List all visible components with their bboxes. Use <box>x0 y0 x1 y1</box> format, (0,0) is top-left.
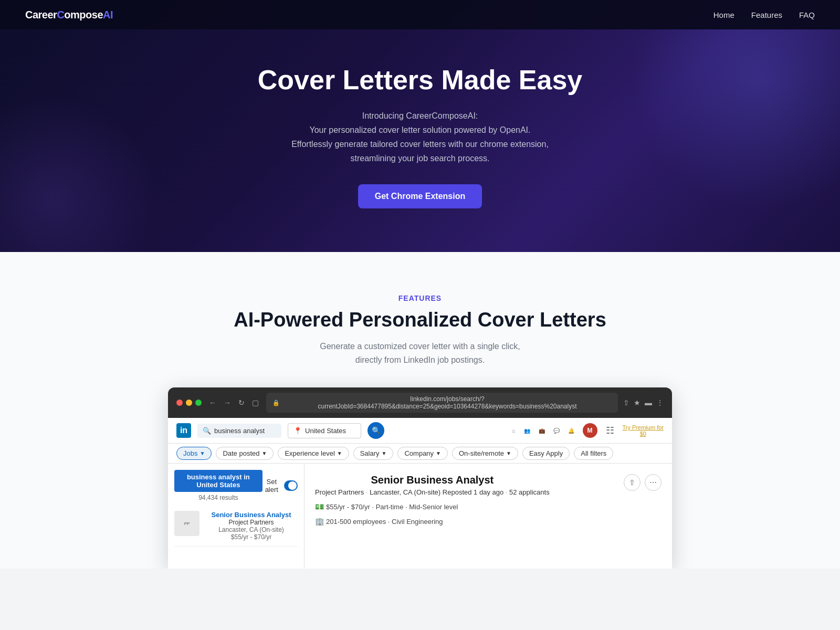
job-detail-company: Project Partners <box>315 488 364 496</box>
linkedin-nav-icon-messages[interactable]: 💬 <box>553 428 560 434</box>
browser-dot-minimize[interactable] <box>186 400 192 406</box>
linkedin-nav-icon-jobs[interactable]: 💼 <box>539 428 545 434</box>
linkedin-nav-icon-home[interactable]: ⌂ <box>512 428 516 434</box>
company-logo-text-1: PP <box>184 521 190 526</box>
linkedin-location-box[interactable]: 📍 United States <box>288 423 361 438</box>
message-icon: 💬 <box>553 428 560 434</box>
logo-part2: areer <box>33 9 57 20</box>
browser-url-bar[interactable]: 🔒 linkedin.com/jobs/search/?currentJobId… <box>266 393 618 413</box>
browser-dots <box>176 400 202 406</box>
bell-icon: 🔔 <box>568 428 574 434</box>
logo: CareerComposeAI <box>25 9 113 21</box>
filter-button-company[interactable]: Company ▼ <box>397 447 448 460</box>
logo-part4: ompose <box>64 9 103 20</box>
linkedin-page: in 🔍 business analyst 📍 United States 🔍 … <box>168 418 672 569</box>
home-icon: ⌂ <box>512 428 516 434</box>
job-salary-1: $55/yr - $70/yr <box>205 533 298 541</box>
linkedin-apps-button[interactable]: ☷ <box>606 425 614 436</box>
browser-home-button[interactable]: ▢ <box>250 397 261 408</box>
linkedin-nav-icon-network[interactable]: 👥 <box>524 428 530 434</box>
filter-caret-experience: ▼ <box>337 450 342 456</box>
job-info-1: Senior Business Analyst Project Partners… <box>205 511 298 541</box>
set-alert-toggle[interactable] <box>284 480 298 491</box>
filter-caret-jobs: ▼ <box>200 450 205 456</box>
linkedin-job-detail: Senior Business Analyst Project Partners… <box>304 464 672 569</box>
job-detail-actions: ⇧ ⋯ <box>624 474 662 491</box>
nav-link-faq[interactable]: FAQ <box>799 10 815 19</box>
job-detail-location: Lancaster, CA (On-site) <box>370 488 440 496</box>
premium-sub: $0 <box>640 430 646 437</box>
job-company-1: Project Partners <box>205 519 298 526</box>
browser-share-icon[interactable]: ⇧ <box>623 398 629 407</box>
hero-subtitle-line4: streamlining your job search process. <box>350 154 489 163</box>
browser-reload-button[interactable]: ↻ <box>236 397 247 408</box>
linkedin-nav-icon-notifications[interactable]: 🔔 <box>568 428 574 434</box>
linkedin-search-button[interactable]: 🔍 <box>368 422 384 439</box>
job-company-size-tag: 🏢 201-500 employees · Civil Engineering <box>315 517 443 526</box>
lock-icon: 🔒 <box>272 400 280 406</box>
features-desc-line2: directly from LinkedIn job postings. <box>355 355 485 364</box>
filter-button-all-filters[interactable]: All filters <box>574 447 613 460</box>
linkedin-logo: in <box>176 423 191 438</box>
filter-button-date-posted[interactable]: Date posted ▼ <box>216 447 274 460</box>
get-chrome-extension-button[interactable]: Get Chrome Extension <box>358 184 482 208</box>
network-icon: 👥 <box>524 428 530 434</box>
job-more-button[interactable]: ⋯ <box>645 474 662 491</box>
logo-part3: C <box>57 9 64 20</box>
hero-subtitle: Introducing CareerComposeAI: Your person… <box>291 109 549 166</box>
sidebar-search-title: business analyst in United States <box>174 470 262 492</box>
job-detail-header: Senior Business Analyst Project Partners… <box>315 474 662 496</box>
meta-sep-1: · <box>366 488 370 496</box>
set-alert-control: Set alert <box>262 478 298 494</box>
sidebar-header: business analyst in United States 94,434… <box>174 470 298 501</box>
browser-dot-maximize[interactable] <box>195 400 202 406</box>
filter-label-easy-apply: Easy Apply <box>529 449 563 457</box>
job-detail-company-info: 🏢 201-500 employees · Civil Engineering <box>315 517 662 526</box>
filter-button-salary[interactable]: Salary ▼ <box>353 447 394 460</box>
nav-link-home[interactable]: Home <box>713 10 734 19</box>
filter-button-easy-apply[interactable]: Easy Apply <box>522 447 570 460</box>
job-card-1[interactable]: PP Senior Business Analyst Project Partn… <box>174 506 298 547</box>
linkedin-premium-link[interactable]: Try Premium for $0 <box>623 424 664 437</box>
filter-caret-date: ▼ <box>261 450 267 456</box>
filter-button-on-site-remote[interactable]: On-site/remote ▼ <box>452 447 518 460</box>
navbar: CareerComposeAI Home Features FAQ <box>0 0 840 29</box>
meta-sep-3: · <box>506 488 509 496</box>
building-icon: 🏢 <box>315 517 324 526</box>
browser-back-button[interactable]: ← <box>207 397 218 408</box>
features-label: Features <box>13 294 827 302</box>
filter-label-company: Company <box>404 449 434 457</box>
browser-menu-icon[interactable]: ⋮ <box>656 398 664 407</box>
filter-label-remote: On-site/remote <box>459 449 504 457</box>
browser-star-icon[interactable]: ★ <box>634 398 640 407</box>
linkedin-sidebar: business analyst in United States 94,434… <box>168 464 304 569</box>
job-detail-title-group: Senior Business Analyst Project Partners… <box>315 474 550 496</box>
linkedin-nav-icons: ⌂ 👥 💼 💬 🔔 M ☷ <box>512 423 664 438</box>
job-detail-tags: 💵 $55/yr - $70/yr · Part-time · Mid-Seni… <box>315 502 662 511</box>
filter-button-experience[interactable]: Experience level ▼ <box>278 447 349 460</box>
linkedin-header: in 🔍 business analyst 📍 United States 🔍 … <box>168 418 672 444</box>
linkedin-avatar[interactable]: M <box>583 423 597 438</box>
job-detail-applicants: 52 applicants <box>509 488 550 496</box>
browser-nav-buttons: ← → ↻ ▢ <box>207 397 261 408</box>
linkedin-search-value: business analyst <box>214 427 265 435</box>
features-section: Features AI-Powered Personalized Cover L… <box>0 252 840 569</box>
search-icon: 🔍 <box>203 427 211 435</box>
filter-caret-company: ▼ <box>436 450 441 456</box>
hero-subtitle-line1: Introducing CareerComposeAI: <box>362 111 478 120</box>
hero-section: Cover Letters Made Easy Introducing Care… <box>0 0 840 252</box>
browser-dot-close[interactable] <box>176 400 183 406</box>
job-share-button[interactable]: ⇧ <box>624 474 640 491</box>
nav-link-features[interactable]: Features <box>751 10 782 19</box>
features-desc-line1: Generate a customized cover letter with … <box>320 342 520 351</box>
job-location-1: Lancaster, CA (On-site) <box>205 526 298 533</box>
browser-chrome-bar: ← → ↻ ▢ 🔒 linkedin.com/jobs/search/?curr… <box>168 387 672 418</box>
linkedin-search-box[interactable]: 🔍 business analyst <box>197 424 281 438</box>
hero-title: Cover Letters Made Easy <box>258 65 583 96</box>
browser-extensions-icon[interactable]: ▬ <box>645 398 652 407</box>
browser-forward-button[interactable]: → <box>222 397 233 408</box>
filter-button-jobs[interactable]: Jobs ▼ <box>176 447 212 460</box>
job-logo-1: PP <box>174 511 200 536</box>
logo-part5: AI <box>103 9 113 20</box>
job-detail-posted: Reposted 1 day ago <box>443 488 503 496</box>
